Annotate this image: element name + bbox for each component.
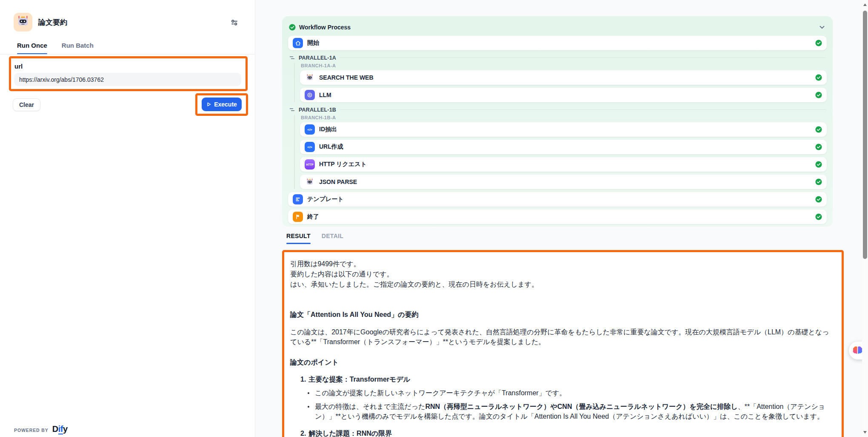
template-icon — [293, 194, 303, 204]
tab-run-batch[interactable]: Run Batch — [62, 42, 94, 54]
workflow-node[interactable]: 終了 — [288, 210, 827, 224]
success-check-icon — [815, 144, 822, 150]
execute-button[interactable]: Execute — [202, 98, 242, 111]
clear-button[interactable]: Clear — [13, 98, 40, 111]
workflow-node-list: 開始PARALLEL-1ABRANCH-1A-ASEARCH THE WEBLL… — [288, 36, 827, 224]
tab-run-once[interactable]: Run Once — [17, 42, 47, 54]
workflow-node-label: URL作成 — [319, 143, 343, 151]
app-title: 論文要約 — [38, 17, 67, 27]
scrollbar-down-arrow[interactable] — [863, 431, 867, 434]
workflow-node[interactable]: </>URL作成 — [300, 140, 827, 154]
workflow-node[interactable]: 開始 — [288, 36, 827, 50]
chevron-down-icon[interactable] — [818, 23, 826, 31]
branch-label: BRANCH-1B-A — [301, 115, 827, 120]
tab-result[interactable]: RESULT — [286, 233, 311, 244]
branch-group: BRANCH-1B-A</>ID抽出</>URL作成HTTPHTTP リクエスト… — [294, 115, 827, 189]
workflow-node-label: SEARCH THE WEB — [319, 74, 374, 81]
settings-sliders-icon[interactable] — [228, 16, 241, 29]
scrollbar-up-arrow[interactable] — [863, 3, 867, 6]
workflow-node-label: HTTP リクエスト — [319, 161, 367, 168]
robot-icon — [17, 15, 29, 29]
play-icon — [206, 102, 211, 107]
branch-group: BRANCH-1A-ASEARCH THE WEBLLM — [294, 63, 827, 102]
workflow-node[interactable]: HTTPHTTP リクエスト — [300, 157, 827, 172]
result-tabs: RESULT DETAIL — [286, 233, 343, 244]
llm-icon — [305, 90, 315, 100]
result-block: 1.主要な提案：Transformerモデル — [300, 374, 834, 384]
end-icon — [293, 212, 303, 222]
success-check-icon — [815, 74, 822, 81]
success-check-icon — [815, 92, 822, 98]
code-icon: </> — [305, 142, 315, 152]
result-block: 論文のポイント — [290, 357, 834, 367]
screen: 論文要約 Run Once Run Batch url Clear Execut… — [0, 0, 868, 437]
parallel-group-header: PARALLEL-1B — [289, 106, 826, 113]
powered-by-label: POWERED BY — [14, 428, 49, 433]
workflow-node-label: テンプレート — [307, 196, 344, 203]
code-icon: </> — [305, 124, 315, 135]
scrollbar[interactable] — [862, 0, 868, 437]
parallel-group-label: PARALLEL-1B — [299, 107, 336, 113]
tabs-divider — [0, 54, 255, 55]
workflow-process-header[interactable]: Workflow Process — [289, 22, 826, 32]
result-text: 引用数は9499件です。要約した内容は以下の通りです。はい、承知いたしました。ご… — [290, 259, 834, 437]
workflow-node-label: LLM — [319, 92, 331, 98]
workflow-process-panel: Workflow Process 開始PARALLEL-1ABRANCH-1A-… — [282, 16, 833, 227]
result-block: はい、承知いたしました。ご指定の論文の要約と、現在の日時をお伝えします。 — [290, 279, 834, 289]
result-panel: 引用数は9499件です。要約した内容は以下の通りです。はい、承知いたしました。ご… — [284, 252, 841, 437]
success-check-icon — [815, 40, 822, 46]
parallel-icon — [289, 106, 295, 113]
list-number: 2. — [300, 430, 306, 437]
result-block: 引用数は9499件です。 — [290, 259, 834, 269]
run-tabs: Run Once Run Batch — [17, 42, 94, 54]
workflow-node[interactable]: JSON PARSE — [300, 175, 827, 189]
list-number: 1. — [300, 376, 306, 383]
branch-label: BRANCH-1A-A — [301, 63, 827, 68]
workflow-node-label: 開始 — [307, 39, 319, 47]
execute-button-label: Execute — [214, 101, 237, 108]
success-check-icon — [815, 196, 822, 203]
parallel-divider-line — [340, 109, 826, 110]
workflow-node-label: ID抽出 — [319, 126, 337, 133]
brain-icon — [852, 346, 863, 356]
tab-detail[interactable]: DETAIL — [322, 233, 343, 244]
app-header: 論文要約 — [14, 13, 67, 32]
result-block: 2.解決した課題：RNNの限界 — [300, 428, 834, 437]
run-panel: 論文要約 Run Once Run Batch url Clear Execut… — [0, 0, 255, 437]
parallel-group-label: PARALLEL-1A — [299, 55, 336, 61]
workflow-node[interactable]: SEARCH THE WEB — [300, 70, 827, 85]
result-block: 最大の特徴は、それまで主流だったRNN（再帰型ニューラルネットワーク）やCNN（… — [290, 402, 834, 421]
workflow-node-label: JSON PARSE — [319, 178, 357, 185]
workflow-node[interactable]: LLM — [300, 88, 827, 102]
http-icon: HTTP — [305, 159, 315, 170]
dify-logo[interactable]: Dify — [52, 424, 68, 434]
app-icon — [14, 13, 32, 32]
footer: POWERED BY Dify — [14, 424, 68, 434]
result-block: 要約した内容は以下の通りです。 — [290, 269, 834, 279]
home-icon — [293, 38, 303, 48]
success-check-icon — [815, 213, 822, 220]
workflow-node[interactable]: </>ID抽出 — [300, 122, 827, 137]
result-block: この論文は、2017年にGoogleの研究者らによって発表された、自然言語処理の… — [290, 327, 834, 347]
success-check-icon — [289, 24, 296, 31]
parallel-group-header: PARALLEL-1A — [289, 55, 826, 61]
robot-icon — [305, 72, 315, 83]
workflow-node[interactable]: テンプレート — [288, 192, 827, 207]
workflow-process-title: Workflow Process — [299, 24, 351, 31]
url-field-label: url — [14, 63, 23, 70]
result-block: この論文が提案した新しいネットワークアーキテクチャが「Transformer」で… — [290, 388, 834, 398]
workflow-node-label: 終了 — [307, 213, 319, 221]
success-check-icon — [815, 126, 822, 133]
success-check-icon — [815, 161, 822, 168]
scrollbar-thumb[interactable] — [863, 11, 867, 259]
success-check-icon — [815, 178, 822, 185]
result-block: 論文「Attention Is All You Need」の要約 — [290, 310, 834, 319]
parallel-divider-line — [340, 58, 826, 58]
robot-icon — [305, 177, 315, 187]
parallel-icon — [289, 55, 295, 61]
url-input[interactable] — [14, 73, 241, 86]
